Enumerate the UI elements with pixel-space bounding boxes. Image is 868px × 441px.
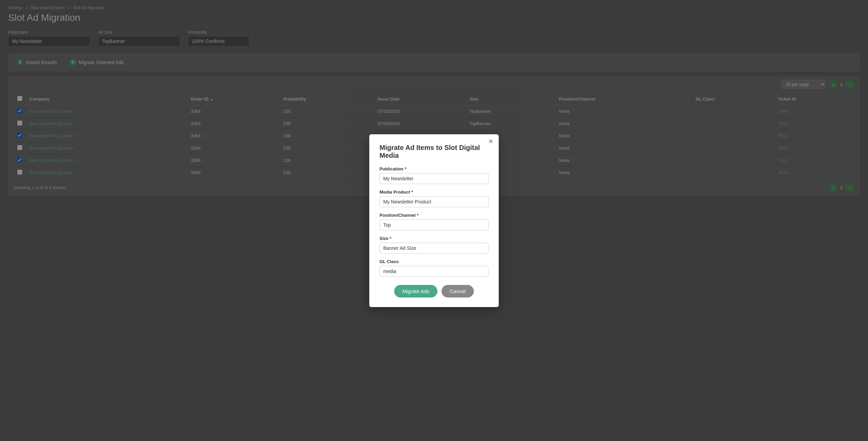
modal-overlay[interactable]: ✕ Migrate Ad Items to Slot Digital Media…: [0, 0, 868, 441]
modal-media-product-select[interactable]: My Newsletter Product: [379, 196, 489, 207]
modal-media-product-label: Media Product *: [379, 189, 489, 195]
migrate-ads-button[interactable]: Migrate Ads: [394, 285, 437, 298]
modal-gl-class-select[interactable]: media: [379, 266, 489, 277]
modal-close-button[interactable]: ✕: [488, 138, 493, 145]
migrate-modal: ✕ Migrate Ad Items to Slot Digital Media…: [369, 134, 499, 307]
modal-title: Migrate Ad Items to Slot Digital Media: [379, 144, 489, 159]
modal-actions: Migrate Ads Cancel: [379, 285, 489, 298]
modal-position-select[interactable]: Top: [379, 219, 489, 230]
modal-size-field: Size * Banner Ad Size: [379, 236, 489, 254]
modal-gl-class-label: GL Class: [379, 259, 489, 264]
modal-gl-class-field: GL Class media: [379, 259, 489, 277]
modal-size-select[interactable]: Banner Ad Size: [379, 243, 489, 254]
modal-position-field: Position/Channel * Top: [379, 213, 489, 230]
modal-publication-field: Publication * My Newsletter: [379, 166, 489, 184]
modal-publication-label: Publication *: [379, 166, 489, 171]
modal-position-label: Position/Channel *: [379, 213, 489, 218]
modal-publication-select[interactable]: My Newsletter: [379, 173, 489, 184]
modal-size-label: Size *: [379, 236, 489, 241]
modal-media-product-field: Media Product * My Newsletter Product: [379, 189, 489, 207]
cancel-button[interactable]: Cancel: [441, 285, 474, 298]
